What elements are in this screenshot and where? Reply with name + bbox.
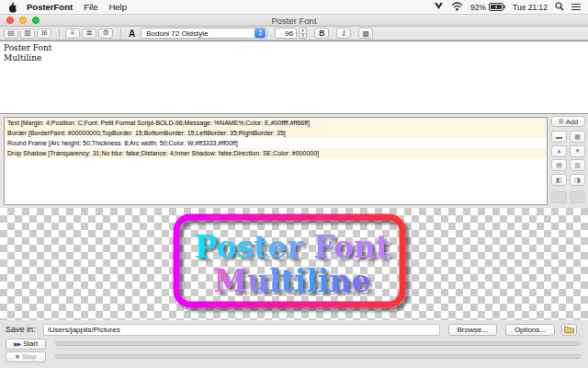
save-path-input[interactable] xyxy=(43,324,440,336)
font-family-value: Bodoni 72 Oldstyle xyxy=(141,29,254,38)
menu-status-area: 92% Tue 21:12 xyxy=(434,1,581,13)
battery-percent: 92% xyxy=(470,3,486,12)
export-image-icon: ⊞ xyxy=(41,29,48,37)
align-text-icon: ≡ xyxy=(71,29,75,37)
import-styles-icon: ◧ xyxy=(556,177,562,183)
app-menu[interactable]: PosterFont xyxy=(27,2,73,12)
style-section: Text [Margin: 4;Position: C;Font: Petit … xyxy=(0,116,588,207)
poster-sign: Poster Font Multiline xyxy=(171,213,413,316)
start-button[interactable]: ▶▶ Start xyxy=(6,339,46,350)
style-row-round-frame[interactable]: Round Frame [Arc height: 50;Thickness: 8… xyxy=(5,138,547,148)
paste-style-button[interactable]: ▥ xyxy=(570,159,585,171)
move-down-icon: ▼ xyxy=(575,148,581,154)
save-in-label: Save in: xyxy=(6,325,36,334)
browse-button[interactable]: Browse... xyxy=(448,324,497,336)
start-icon: ▶▶ xyxy=(14,341,20,347)
poster-line-2: Multiline xyxy=(214,264,371,298)
battery-status[interactable]: 92% xyxy=(470,3,505,12)
export-image-button[interactable]: ⊞ xyxy=(37,29,51,39)
copy-image-icon: ▥ xyxy=(24,29,31,37)
copy-style-icon: ▤ xyxy=(556,162,562,168)
start-row: ▶▶ Start xyxy=(0,338,588,350)
export-styles-icon: ◨ xyxy=(574,177,581,183)
justify-button[interactable]: ▩ xyxy=(358,28,373,39)
window-title: Poster Font xyxy=(0,16,588,26)
move-style-down-button[interactable]: ▼ xyxy=(570,145,585,157)
spotlight-search-icon[interactable] xyxy=(555,2,564,13)
wifi-icon[interactable] xyxy=(451,2,463,13)
remove-style-button[interactable]: ▬ xyxy=(551,131,567,143)
size-up-icon: ▲ xyxy=(299,28,307,33)
justify-icon: ▩ xyxy=(362,29,369,38)
poster-line-1: Poster Font xyxy=(195,230,390,264)
copy-style-button[interactable]: ▤ xyxy=(551,159,567,171)
open-image-icon: ▤ xyxy=(7,29,15,37)
add-style-icon: ⊞ xyxy=(559,118,564,125)
menu-bar: PosterFont File Help 92% xyxy=(0,0,588,15)
open-folder-button[interactable] xyxy=(561,324,577,336)
stop-icon: ■ xyxy=(16,353,19,360)
disabled-style-button-2 xyxy=(570,191,585,203)
italic-button[interactable]: I xyxy=(336,28,351,39)
font-size-stepper[interactable]: ▲ ▼ xyxy=(299,28,307,39)
style-row-text[interactable]: Text [Margin: 4;Position: C;Font: Petit … xyxy=(5,118,547,128)
style-actions-panel: ⊞ Add ▬ ▦ ▲ ▼ ▤ ▥ ◧ ◨ xyxy=(551,116,585,207)
export-styles-button[interactable]: ◨ xyxy=(570,174,585,186)
bold-button[interactable]: B xyxy=(314,28,329,39)
editor-line-1: Poster Font xyxy=(4,43,584,53)
menu-extra-icon[interactable] xyxy=(434,1,444,13)
settings-gear-icon: ⚙ xyxy=(102,29,108,37)
folder-icon xyxy=(564,326,574,334)
copy-image-button[interactable]: ▥ xyxy=(20,29,35,39)
disabled-style-button-1 xyxy=(551,191,567,203)
notification-center-icon[interactable] xyxy=(571,2,581,12)
options-button[interactable]: Options... xyxy=(505,324,555,336)
move-style-up-button[interactable]: ▲ xyxy=(551,145,567,157)
add-style-button[interactable]: ⊞ Add xyxy=(551,116,585,127)
wrap-text-icon: ≣ xyxy=(86,29,93,37)
start-label: Start xyxy=(23,339,38,348)
menu-file[interactable]: File xyxy=(84,2,97,12)
menu-help[interactable]: Help xyxy=(108,2,127,12)
poster-preview-canvas[interactable]: Poster Font Multiline xyxy=(0,208,588,320)
save-bar: Save in: Browse... Options... xyxy=(0,322,588,337)
stop-button[interactable]: ■ Stop xyxy=(6,351,46,362)
size-down-icon: ▼ xyxy=(299,33,307,40)
font-family-select[interactable]: Bodoni 72 Oldstyle ▲ ▼ xyxy=(141,28,267,39)
toolbar: ▤ ▥ ⊞ ≡ ≣ ⚙ A Bodoni 72 Oldstyle ▲ ▼ 96 … xyxy=(0,27,588,40)
font-panel-button[interactable]: A xyxy=(129,29,135,39)
window-title-bar: Poster Font xyxy=(0,15,588,27)
poster-text: Poster Font Multiline xyxy=(180,220,404,308)
screen: PosterFont File Help 92% xyxy=(0,0,588,368)
paste-style-icon: ▥ xyxy=(574,162,581,168)
toolbar-separator xyxy=(59,29,60,39)
settings-button[interactable]: ⚙ xyxy=(98,29,113,39)
font-popup-stepper: ▲ ▼ xyxy=(254,29,266,38)
import-styles-button[interactable]: ◧ xyxy=(551,174,567,186)
add-style-label: Add xyxy=(566,118,578,126)
popup-down-icon: ▼ xyxy=(258,33,262,37)
menu-clock[interactable]: Tue 21:12 xyxy=(513,3,548,12)
start-progress-bar xyxy=(55,341,581,346)
clear-styles-icon: ▦ xyxy=(574,133,581,140)
move-up-icon: ▲ xyxy=(557,148,562,154)
wrap-text-button[interactable]: ≣ xyxy=(82,29,96,39)
stop-row: ■ Stop xyxy=(0,351,588,362)
font-size-input[interactable]: 96 xyxy=(275,28,297,39)
editor-line-2: Multiline xyxy=(4,53,584,63)
clear-styles-button[interactable]: ▦ xyxy=(570,131,585,143)
apple-menu-icon[interactable] xyxy=(8,2,17,13)
remove-style-icon: ▬ xyxy=(556,133,562,140)
battery-icon xyxy=(489,3,505,11)
style-list: Text [Margin: 4;Position: C;Font: Petit … xyxy=(4,117,548,205)
align-text-button[interactable]: ≡ xyxy=(65,29,80,39)
style-row-drop-shadow[interactable]: Drop Shadow [Transparency: 31;No blur: f… xyxy=(5,148,547,158)
open-image-button[interactable]: ▤ xyxy=(4,29,18,39)
stop-progress-bar xyxy=(55,354,581,359)
style-row-border[interactable]: Border [BorderPaint: #00000000;TopBorder… xyxy=(5,128,547,138)
message-text-editor[interactable]: Poster Font Multiline xyxy=(0,40,588,114)
toolbar-separator-2 xyxy=(120,29,121,39)
stop-label: Stop xyxy=(22,352,36,361)
